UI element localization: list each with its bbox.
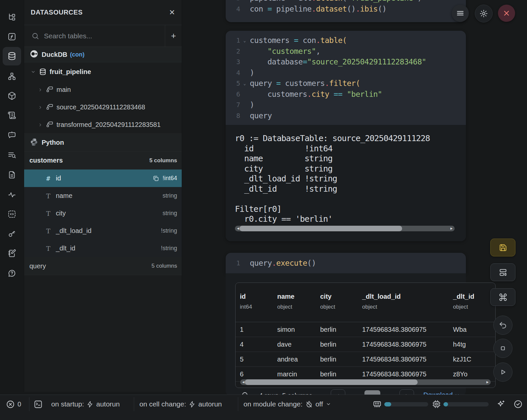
scrollbar-thumb[interactable] — [240, 226, 402, 231]
packages-icon[interactable] — [3, 87, 21, 105]
table-body: 1simonberlin1745968348.3806975Wba4davebe… — [236, 322, 495, 382]
code-line[interactable]: 5 ⌄ query = customers.filter( — [226, 78, 466, 89]
search-icon — [31, 32, 39, 40]
code-line[interactable]: 7 ) — [226, 99, 466, 110]
stop-button[interactable] — [493, 339, 512, 358]
datasources-icon[interactable] — [3, 47, 21, 65]
column-row-name[interactable]: T name string — [24, 187, 182, 205]
settings-button[interactable] — [475, 5, 493, 22]
terminal-button[interactable] — [34, 395, 43, 413]
database-fruit-pipeline-row[interactable]: fruit_pipeline — [24, 62, 182, 81]
cell-setup[interactable]: 3 pipeline = dlt.attach("fruit_pipeline"… — [226, 0, 466, 22]
table-row[interactable]: 4daveberlin1745968348.3806975h4tg — [236, 337, 495, 352]
fold-chevron-icon[interactable]: ⌄ — [242, 81, 247, 86]
table-row[interactable]: 1simonberlin1745968348.3806975Wba — [236, 322, 495, 337]
logs-icon[interactable] — [3, 106, 21, 125]
text-type-icon: T — [45, 210, 52, 217]
table-column-header[interactable]: idint64 — [236, 293, 273, 322]
code-line[interactable]: 4 ) — [226, 67, 466, 78]
table-column-header[interactable]: cityobject — [316, 293, 358, 322]
table-cell: berlin — [316, 322, 358, 337]
cell-editor[interactable]: 3 pipeline = dlt.attach("fruit_pipeline"… — [226, 0, 466, 14]
code-line[interactable]: 6 customers.city == "berlin" — [226, 89, 466, 100]
text-type-icon: T — [45, 227, 52, 235]
code-line[interactable]: 2 "customers", — [226, 46, 466, 57]
activity-icon[interactable] — [3, 185, 21, 204]
cell-query[interactable]: 1 ⌄ customers = con.table( 2 "customers"… — [226, 31, 466, 241]
scroll-right-icon[interactable]: ► — [486, 380, 489, 385]
documentation-icon[interactable] — [3, 166, 21, 184]
code-line[interactable]: 8 query — [226, 110, 466, 121]
search-tables-input[interactable]: Search tables... — [44, 32, 162, 40]
tracebacks-icon[interactable] — [3, 146, 21, 164]
text-type-icon: T — [45, 192, 52, 200]
column-dtype: !int64 — [163, 175, 177, 182]
schema-row-source[interactable]: source_202504291112283468 — [24, 98, 182, 116]
line-number: 3 — [231, 0, 240, 2]
table-cell: dave — [273, 337, 316, 352]
ai-chat-icon[interactable] — [3, 126, 21, 144]
command-palette-button[interactable] — [490, 288, 515, 306]
horizontal-scrollbar[interactable]: ◄ ► — [235, 226, 455, 231]
connection-status-indicator[interactable] — [513, 395, 523, 413]
on-startup-toggle[interactable]: on startup: autorun — [51, 395, 120, 413]
undo-button[interactable] — [493, 316, 512, 335]
scroll-right-icon[interactable]: ► — [450, 226, 453, 231]
column-dtype: string — [163, 192, 177, 199]
table-row-customers[interactable]: customers 5 columns — [24, 152, 182, 170]
divider — [134, 397, 134, 411]
cell-editor[interactable]: 1 ⌄ customers = con.table( 2 "customers"… — [226, 31, 466, 121]
engine-duckdb-row[interactable]: DuckDB (con) — [24, 47, 182, 62]
fold-chevron-icon[interactable]: ⌄ — [242, 38, 247, 43]
table-cell: h4tg — [449, 337, 495, 352]
code-line[interactable]: 1 query.execute() — [226, 258, 466, 269]
table-row-query[interactable]: query 5 columns — [24, 257, 182, 275]
table-row[interactable]: 5andreaberlin1745968348.3806975kzJ1C — [236, 352, 495, 367]
code-line[interactable]: 4 con = pipeline.dataset().ibis() — [226, 4, 466, 15]
table-column-header[interactable]: _dlt_idobject — [449, 293, 495, 322]
horizontal-scrollbar[interactable]: ◄ ► — [240, 379, 491, 385]
chevron-down-icon[interactable] — [31, 69, 36, 74]
help-icon[interactable] — [3, 264, 21, 283]
column-row-city[interactable]: T city string — [24, 205, 182, 222]
schema-row-main[interactable]: main — [24, 81, 182, 98]
error-indicator[interactable]: 0 — [6, 395, 21, 413]
chevron-right-icon[interactable] — [38, 123, 43, 127]
code-line[interactable]: 3 database="source_202504291112283468" — [226, 57, 466, 67]
run-button[interactable] — [493, 363, 512, 382]
copy-icon[interactable] — [153, 175, 159, 182]
python-section-row[interactable]: Python — [24, 134, 182, 152]
cell-execute[interactable]: 1 query.execute() — [226, 253, 466, 273]
dependencies-icon[interactable] — [3, 67, 21, 86]
scratchpad-icon[interactable] — [3, 244, 21, 263]
scrollbar-thumb[interactable] — [245, 379, 418, 385]
on-module-change-toggle[interactable]: on module change: off — [244, 395, 331, 413]
close-panel-icon[interactable]: ✕ — [169, 9, 175, 16]
line-number: 7 — [231, 101, 240, 109]
notebook-menu-button[interactable] — [452, 5, 469, 22]
column-row-_dlt_id[interactable]: T _dlt_id !string — [24, 240, 182, 257]
chevron-right-icon[interactable] — [38, 88, 43, 92]
column-dtype: string — [163, 210, 177, 217]
function-square-icon[interactable] — [3, 27, 21, 46]
table-column-header[interactable]: _dlt_load_idobject — [358, 293, 449, 322]
column-row-_dlt_load_id[interactable]: T _dlt_load_id !string — [24, 222, 182, 240]
snippets-icon[interactable] — [3, 205, 21, 223]
column-dtype: !string — [161, 245, 177, 252]
secrets-icon[interactable] — [3, 224, 21, 243]
code-line[interactable]: 1 ⌄ customers = con.table( — [226, 35, 466, 46]
code-line[interactable]: 3 pipeline = dlt.attach("fruit_pipeline"… — [226, 0, 466, 4]
on-cell-change-toggle[interactable]: on cell change: autorun — [139, 395, 222, 413]
table-column-header[interactable]: nameobject — [273, 293, 316, 322]
schema-row-transformed[interactable]: transformed_202504291112283581 — [24, 116, 182, 134]
ai-assist-button[interactable] — [496, 395, 506, 413]
save-button[interactable] — [490, 239, 515, 256]
shutdown-button[interactable] — [498, 5, 515, 22]
layout-toggle-button[interactable] — [490, 263, 515, 281]
line-number: 4 — [231, 69, 240, 77]
file-tree-icon[interactable] — [3, 8, 21, 26]
add-datasource-button[interactable]: + — [165, 31, 182, 41]
cell-editor[interactable]: 1 query.execute() — [226, 253, 466, 269]
column-row-id[interactable]: # id !int64 — [24, 170, 182, 187]
chevron-right-icon[interactable] — [38, 105, 43, 110]
